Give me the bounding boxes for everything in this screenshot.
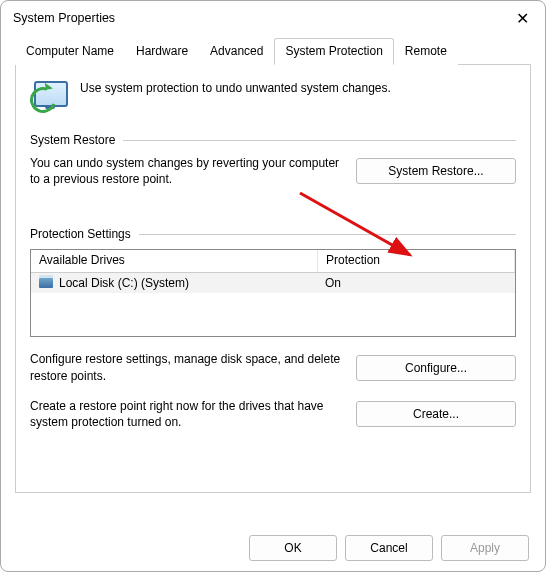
tab-advanced[interactable]: Advanced (199, 38, 274, 65)
drive-icon (39, 278, 53, 288)
drive-protection: On (317, 276, 515, 290)
dialog-footer: OK Cancel Apply (249, 535, 529, 561)
drives-table: Available Drives Protection Local Disk (… (30, 249, 516, 337)
tabstrip: Computer Name Hardware Advanced System P… (15, 37, 531, 65)
intro-text: Use system protection to undo unwanted s… (80, 77, 391, 95)
close-icon[interactable]: ✕ (512, 9, 533, 28)
divider (123, 140, 516, 141)
ok-button[interactable]: OK (249, 535, 337, 561)
create-button[interactable]: Create... (356, 401, 516, 427)
apply-button[interactable]: Apply (441, 535, 529, 561)
intro-row: Use system protection to undo unwanted s… (30, 77, 516, 115)
system-restore-desc: You can undo system changes by reverting… (30, 155, 342, 187)
titlebar: System Properties ✕ (1, 1, 545, 35)
drive-name: Local Disk (C:) (System) (59, 276, 189, 290)
tab-computer-name[interactable]: Computer Name (15, 38, 125, 65)
table-row[interactable]: Local Disk (C:) (System) On (31, 273, 515, 293)
configure-row: Configure restore settings, manage disk … (30, 351, 516, 383)
section-title: System Restore (30, 133, 115, 147)
configure-desc: Configure restore settings, manage disk … (30, 351, 342, 383)
section-protection-settings: Protection Settings (30, 227, 516, 241)
col-drives: Available Drives (31, 250, 318, 272)
divider (139, 234, 516, 235)
cancel-button[interactable]: Cancel (345, 535, 433, 561)
col-protection: Protection (318, 250, 515, 272)
tab-panel: Use system protection to undo unwanted s… (15, 65, 531, 493)
tab-system-protection[interactable]: System Protection (274, 38, 393, 65)
tab-hardware[interactable]: Hardware (125, 38, 199, 65)
window-title: System Properties (13, 11, 115, 25)
create-row: Create a restore point right now for the… (30, 398, 516, 430)
create-desc: Create a restore point right now for the… (30, 398, 342, 430)
section-title: Protection Settings (30, 227, 131, 241)
system-restore-button[interactable]: System Restore... (356, 158, 516, 184)
configure-button[interactable]: Configure... (356, 355, 516, 381)
section-system-restore: System Restore (30, 133, 516, 147)
tab-remote[interactable]: Remote (394, 38, 458, 65)
system-protection-icon (30, 77, 68, 115)
system-properties-window: System Properties ✕ Computer Name Hardwa… (0, 0, 546, 572)
system-restore-row: You can undo system changes by reverting… (30, 155, 516, 187)
drives-header: Available Drives Protection (31, 250, 515, 273)
